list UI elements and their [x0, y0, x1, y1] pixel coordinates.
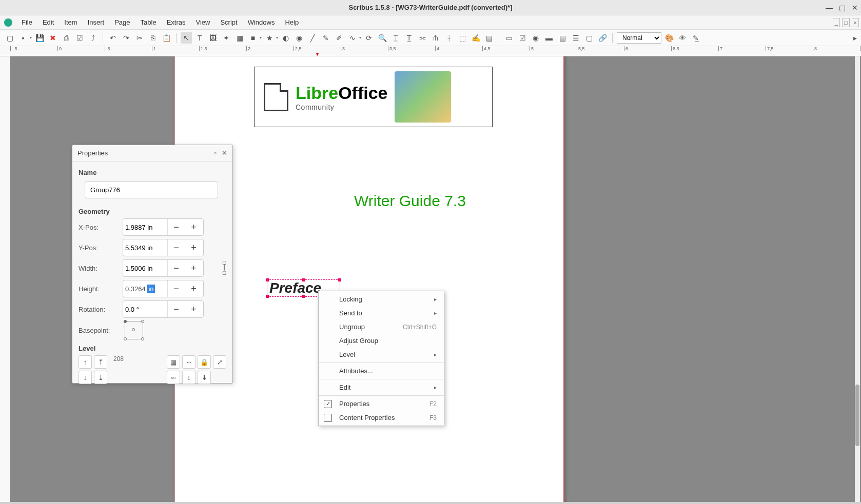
cm-content-properties[interactable]: Content PropertiesF3 — [319, 411, 444, 425]
menu-insert[interactable]: Insert — [83, 16, 110, 28]
rotation-input[interactable] — [123, 303, 167, 316]
ypos-input[interactable] — [123, 241, 167, 255]
ypos-increment[interactable]: + — [185, 239, 202, 256]
mdi-close-icon[interactable]: × — [852, 18, 859, 27]
rotate-tool-icon[interactable]: ⟳ — [363, 32, 375, 44]
level-bottom-icon[interactable]: ⤓ — [94, 371, 107, 384]
polygon-icon[interactable]: ★ — [264, 32, 275, 44]
freehand-icon[interactable]: ✐ — [334, 32, 345, 44]
zoom-icon[interactable]: 🔍 — [377, 32, 388, 44]
menu-edit[interactable]: Edit — [37, 16, 59, 28]
mdi-minimize-icon[interactable]: _ — [833, 18, 840, 27]
menu-help[interactable]: Help — [280, 16, 304, 28]
xpos-decrement[interactable]: − — [167, 219, 185, 235]
guide-title-text[interactable]: Writer Guide 7.3 — [354, 192, 466, 210]
line-icon[interactable]: ╱ — [307, 32, 318, 44]
menu-script[interactable]: Script — [215, 16, 242, 28]
preflight-icon[interactable]: ☑ — [74, 32, 85, 44]
document-page[interactable]: LibreOffice Community Writer Guide 7.3 P… — [174, 56, 564, 502]
select-tool-icon[interactable]: ↖ — [181, 32, 192, 44]
ypos-decrement[interactable]: − — [167, 239, 185, 256]
rotation-increment[interactable]: + — [185, 301, 202, 317]
cut-icon[interactable]: ✂ — [134, 32, 145, 44]
basepoint-selector[interactable] — [125, 321, 143, 339]
minimize-icon[interactable]: — — [826, 4, 833, 12]
flip-h-icon[interactable]: ↔ — [182, 355, 195, 369]
menu-extras[interactable]: Extras — [162, 16, 191, 28]
xpos-increment[interactable]: + — [185, 219, 202, 235]
pdf-tools-icon[interactable]: ▤ — [483, 32, 495, 44]
menu-page[interactable]: Page — [109, 16, 135, 28]
logo-frame[interactable]: LibreOffice Community — [254, 67, 493, 127]
display-mode-select[interactable]: Normal — [617, 32, 661, 44]
new-doc-icon[interactable]: ▢ — [4, 32, 15, 44]
eyedropper-icon[interactable]: ✍ — [470, 32, 481, 44]
panel-maximize-icon[interactable]: ▫ — [214, 149, 217, 157]
arc-icon[interactable]: ◐ — [280, 32, 291, 44]
level-top-icon[interactable]: ⤒ — [94, 355, 107, 369]
name-input[interactable] — [85, 182, 218, 198]
pdf-checkbox-icon[interactable]: ☑ — [517, 32, 528, 44]
menu-windows[interactable]: Windows — [243, 16, 280, 28]
flip-v-icon[interactable]: ↕ — [182, 371, 195, 384]
cm-send-to[interactable]: Send to▸ — [319, 306, 444, 320]
scrollbar-thumb[interactable] — [855, 385, 859, 446]
spiral-icon[interactable]: ◉ — [293, 32, 305, 44]
xpos-input[interactable] — [123, 220, 167, 234]
pdf-radio-icon[interactable]: ◉ — [530, 32, 541, 44]
copy-icon[interactable]: ⎘ — [147, 32, 159, 44]
menu-item[interactable]: Item — [59, 16, 82, 28]
height-input[interactable]: 0.3264 in — [123, 282, 167, 296]
bezier-icon[interactable]: ✎ — [320, 32, 331, 44]
group-icon[interactable]: ▦ — [167, 355, 180, 369]
close-icon[interactable]: ✕ — [852, 4, 858, 12]
panel-close-icon[interactable]: ✕ — [222, 149, 227, 157]
cm-edit[interactable]: Edit▸ — [319, 380, 444, 394]
cm-properties[interactable]: ✓PropertiesF2 — [319, 397, 444, 411]
unlink-frames-icon[interactable]: ⫚ — [430, 32, 441, 44]
menu-view[interactable]: View — [190, 16, 215, 28]
edit-in-preview-icon[interactable]: ✎̲ — [690, 32, 701, 44]
link-wh-icon[interactable]: ◻┃◻ — [222, 260, 226, 275]
level-down-icon[interactable]: ↓ — [79, 371, 92, 384]
save-icon[interactable]: 💾 — [34, 32, 45, 44]
noprint-icon[interactable]: ⬇ — [198, 371, 211, 384]
context-menu[interactable]: Locking▸ Send to▸ UngroupCtrl+Shift+G Ad… — [318, 291, 444, 426]
calligraphy-icon[interactable]: ∿ — [347, 32, 358, 44]
export-pdf-icon[interactable]: ⤴ — [87, 32, 99, 44]
close-doc-icon[interactable]: ✖ — [47, 32, 58, 44]
pdf-link-icon[interactable]: 🔗 — [597, 32, 608, 44]
properties-panel[interactable]: Properties ▫ ✕ Name Geometry X-Pos: −+ Y… — [72, 145, 233, 384]
pdf-button-icon[interactable]: ▭ — [503, 32, 515, 44]
toolbar-expand-icon[interactable]: ▸ — [853, 34, 857, 42]
vertical-scrollbar[interactable] — [855, 56, 860, 502]
cm-locking[interactable]: Locking▸ — [319, 292, 444, 306]
paste-icon[interactable]: 📋 — [161, 32, 172, 44]
height-decrement[interactable]: − — [167, 280, 185, 297]
link-frames-icon[interactable]: ⫘ — [417, 32, 428, 44]
table-icon[interactable]: ▦ — [234, 32, 245, 44]
story-editor-icon[interactable]: T̲ — [403, 32, 415, 44]
edit-text-icon[interactable]: ⌶ — [390, 32, 401, 44]
render-frame-icon[interactable]: ✦ — [221, 32, 232, 44]
lock-size-icon[interactable]: ⤢ — [213, 355, 226, 369]
height-increment[interactable]: + — [185, 280, 202, 297]
width-decrement[interactable]: − — [167, 260, 185, 276]
width-increment[interactable]: + — [185, 260, 202, 276]
undo-icon[interactable]: ↶ — [107, 32, 119, 44]
maximize-icon[interactable]: ▢ — [839, 4, 846, 12]
image-frame-icon[interactable]: 🖼 — [207, 32, 219, 44]
width-input[interactable] — [123, 261, 167, 275]
level-up-icon[interactable]: ↑ — [79, 355, 92, 369]
print-icon[interactable]: ⎙ — [61, 32, 72, 44]
ungroup-icon[interactable]: ▫▫ — [167, 371, 180, 384]
pdf-combo-icon[interactable]: ▤ — [557, 32, 568, 44]
measure-icon[interactable]: ⟊ — [443, 32, 455, 44]
preview-icon[interactable]: 👁 — [677, 32, 688, 44]
menu-table[interactable]: Table — [135, 16, 162, 28]
copy-props-icon[interactable]: ⬚ — [457, 32, 468, 44]
shape-icon[interactable]: ■ — [247, 32, 259, 44]
open-icon[interactable]: ▪ — [17, 32, 29, 44]
cm-attributes[interactable]: Attributes... — [319, 364, 444, 378]
text-frame-icon[interactable]: T — [194, 32, 205, 44]
